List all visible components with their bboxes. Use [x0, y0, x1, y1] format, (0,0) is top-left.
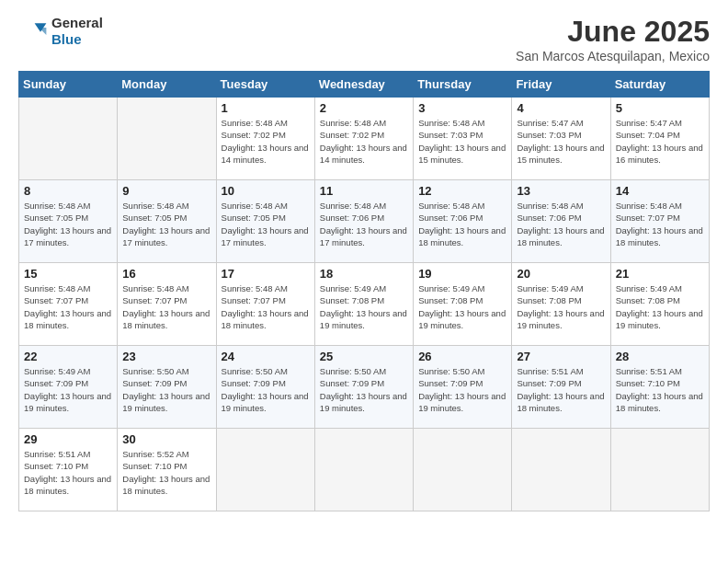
table-row: 30 Sunrise: 5:52 AM Sunset: 7:10 PM Dayl…	[118, 429, 216, 511]
days-header-row: Sunday Monday Tuesday Wednesday Thursday…	[19, 72, 710, 98]
table-row: 17 Sunrise: 5:48 AM Sunset: 7:07 PM Dayl…	[216, 263, 314, 346]
day-info: Sunrise: 5:48 AM Sunset: 7:05 PM Dayligh…	[122, 200, 210, 248]
day-number: 21	[616, 267, 704, 281]
header-friday: Friday	[512, 72, 610, 98]
day-number: 23	[122, 350, 210, 363]
day-info: Sunrise: 5:51 AM Sunset: 7:10 PM Dayligh…	[24, 448, 112, 497]
table-row: 10 Sunrise: 5:48 AM Sunset: 7:05 PM Dayl…	[216, 180, 314, 263]
table-row: 9 Sunrise: 5:48 AM Sunset: 7:05 PM Dayli…	[118, 180, 216, 263]
table-row: 20 Sunrise: 5:49 AM Sunset: 7:08 PM Dayl…	[512, 263, 610, 346]
table-row: 14 Sunrise: 5:48 AM Sunset: 7:07 PM Dayl…	[610, 180, 709, 263]
header-wednesday: Wednesday	[314, 72, 413, 98]
header-monday: Monday	[118, 72, 216, 98]
day-info: Sunrise: 5:47 AM Sunset: 7:03 PM Dayligh…	[517, 117, 605, 166]
day-number: 14	[616, 184, 704, 198]
day-number: 22	[24, 350, 112, 363]
day-number: 8	[24, 184, 112, 198]
table-row	[314, 429, 413, 511]
table-row: 22 Sunrise: 5:49 AM Sunset: 7:09 PM Dayl…	[19, 346, 118, 429]
table-row: 15 Sunrise: 5:48 AM Sunset: 7:07 PM Dayl…	[19, 263, 118, 346]
header-tuesday: Tuesday	[216, 72, 314, 98]
header: General Blue June 2025 San Marcos Atesqu…	[18, 15, 710, 63]
logo: General Blue	[18, 15, 103, 48]
day-info: Sunrise: 5:48 AM Sunset: 7:07 PM Dayligh…	[222, 282, 310, 331]
day-info: Sunrise: 5:48 AM Sunset: 7:07 PM Dayligh…	[616, 200, 704, 248]
day-number: 20	[517, 267, 605, 281]
table-row: 26 Sunrise: 5:50 AM Sunset: 7:09 PM Dayl…	[414, 346, 512, 429]
day-info: Sunrise: 5:49 AM Sunset: 7:08 PM Dayligh…	[418, 282, 506, 331]
calendar-week-row: 29 Sunrise: 5:51 AM Sunset: 7:10 PM Dayl…	[19, 429, 710, 511]
day-info: Sunrise: 5:49 AM Sunset: 7:08 PM Dayligh…	[517, 282, 605, 331]
day-number: 4	[517, 101, 605, 115]
table-row: 4 Sunrise: 5:47 AM Sunset: 7:03 PM Dayli…	[512, 98, 610, 180]
title-area: June 2025 San Marcos Atesquilapan, Mexic…	[516, 15, 710, 63]
table-row: 5 Sunrise: 5:47 AM Sunset: 7:04 PM Dayli…	[610, 98, 709, 180]
table-row: 19 Sunrise: 5:49 AM Sunset: 7:08 PM Dayl…	[414, 263, 512, 346]
day-info: Sunrise: 5:48 AM Sunset: 7:07 PM Dayligh…	[24, 282, 112, 331]
table-row	[118, 98, 216, 180]
header-thursday: Thursday	[414, 72, 512, 98]
table-row: 24 Sunrise: 5:50 AM Sunset: 7:09 PM Dayl…	[216, 346, 314, 429]
table-row: 2 Sunrise: 5:48 AM Sunset: 7:02 PM Dayli…	[314, 98, 413, 180]
day-number: 13	[517, 184, 605, 198]
day-info: Sunrise: 5:48 AM Sunset: 7:02 PM Dayligh…	[222, 117, 310, 166]
header-sunday: Sunday	[19, 72, 118, 98]
day-number: 17	[222, 267, 310, 281]
calendar-week-row: 1 Sunrise: 5:48 AM Sunset: 7:02 PM Dayli…	[19, 98, 710, 180]
month-title: June 2025	[516, 15, 710, 49]
day-info: Sunrise: 5:50 AM Sunset: 7:09 PM Dayligh…	[122, 365, 210, 414]
day-info: Sunrise: 5:49 AM Sunset: 7:08 PM Dayligh…	[320, 282, 408, 331]
day-number: 10	[222, 184, 310, 198]
table-row: 29 Sunrise: 5:51 AM Sunset: 7:10 PM Dayl…	[19, 429, 118, 511]
day-number: 15	[24, 267, 112, 281]
table-row: 27 Sunrise: 5:51 AM Sunset: 7:09 PM Dayl…	[512, 346, 610, 429]
day-info: Sunrise: 5:48 AM Sunset: 7:02 PM Dayligh…	[320, 117, 408, 166]
day-info: Sunrise: 5:48 AM Sunset: 7:06 PM Dayligh…	[320, 200, 408, 248]
day-info: Sunrise: 5:50 AM Sunset: 7:09 PM Dayligh…	[222, 365, 310, 414]
table-row: 12 Sunrise: 5:48 AM Sunset: 7:06 PM Dayl…	[414, 180, 512, 263]
day-info: Sunrise: 5:49 AM Sunset: 7:09 PM Dayligh…	[24, 365, 112, 414]
day-number: 24	[222, 350, 310, 363]
day-number: 11	[320, 184, 408, 198]
table-row	[216, 429, 314, 511]
day-number: 2	[320, 101, 408, 115]
table-row	[512, 429, 610, 511]
logo-general: General	[51, 15, 103, 30]
table-row: 28 Sunrise: 5:51 AM Sunset: 7:10 PM Dayl…	[610, 346, 709, 429]
day-number: 18	[320, 267, 408, 281]
table-row: 8 Sunrise: 5:48 AM Sunset: 7:05 PM Dayli…	[19, 180, 118, 263]
table-row: 16 Sunrise: 5:48 AM Sunset: 7:07 PM Dayl…	[118, 263, 216, 346]
day-info: Sunrise: 5:49 AM Sunset: 7:08 PM Dayligh…	[616, 282, 704, 331]
header-saturday: Saturday	[610, 72, 709, 98]
day-number: 27	[517, 350, 605, 363]
day-number: 9	[122, 184, 210, 198]
day-info: Sunrise: 5:51 AM Sunset: 7:10 PM Dayligh…	[616, 365, 704, 414]
table-row: 11 Sunrise: 5:48 AM Sunset: 7:06 PM Dayl…	[314, 180, 413, 263]
calendar-week-row: 8 Sunrise: 5:48 AM Sunset: 7:05 PM Dayli…	[19, 180, 710, 263]
day-info: Sunrise: 5:50 AM Sunset: 7:09 PM Dayligh…	[320, 365, 408, 414]
day-info: Sunrise: 5:48 AM Sunset: 7:03 PM Dayligh…	[418, 117, 506, 166]
day-number: 26	[418, 350, 506, 363]
day-number: 28	[616, 350, 704, 363]
table-row: 25 Sunrise: 5:50 AM Sunset: 7:09 PM Dayl…	[314, 346, 413, 429]
day-info: Sunrise: 5:47 AM Sunset: 7:04 PM Dayligh…	[616, 117, 704, 166]
day-number: 25	[320, 350, 408, 363]
day-info: Sunrise: 5:48 AM Sunset: 7:06 PM Dayligh…	[517, 200, 605, 248]
logo-text: General Blue	[51, 15, 103, 48]
table-row: 13 Sunrise: 5:48 AM Sunset: 7:06 PM Dayl…	[512, 180, 610, 263]
table-row: 1 Sunrise: 5:48 AM Sunset: 7:02 PM Dayli…	[216, 98, 314, 180]
day-info: Sunrise: 5:48 AM Sunset: 7:07 PM Dayligh…	[122, 282, 210, 331]
table-row	[414, 429, 512, 511]
calendar-week-row: 15 Sunrise: 5:48 AM Sunset: 7:07 PM Dayl…	[19, 263, 710, 346]
table-row: 18 Sunrise: 5:49 AM Sunset: 7:08 PM Dayl…	[314, 263, 413, 346]
day-number: 16	[122, 267, 210, 281]
day-info: Sunrise: 5:50 AM Sunset: 7:09 PM Dayligh…	[418, 365, 506, 414]
day-number: 29	[24, 432, 112, 446]
logo-blue: Blue	[51, 31, 82, 47]
table-row	[19, 98, 118, 180]
day-number: 3	[418, 101, 506, 115]
day-number: 5	[616, 101, 704, 115]
day-number: 12	[418, 184, 506, 198]
day-number: 19	[418, 267, 506, 281]
calendar-week-row: 22 Sunrise: 5:49 AM Sunset: 7:09 PM Dayl…	[19, 346, 710, 429]
